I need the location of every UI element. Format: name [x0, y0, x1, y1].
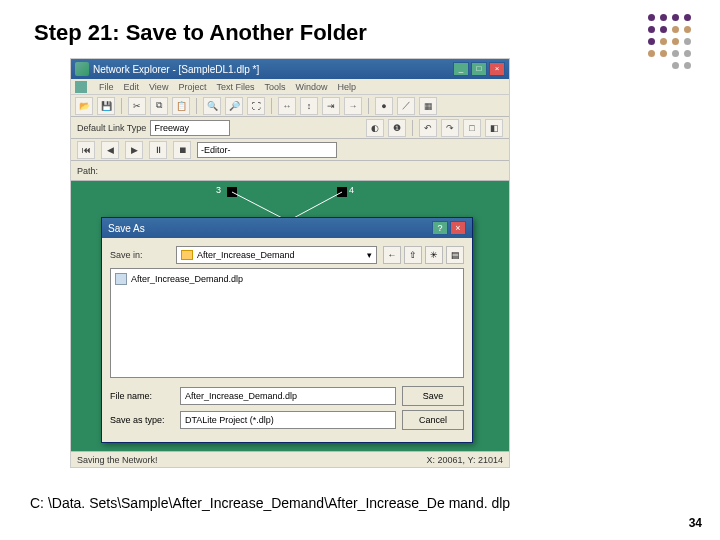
menu-view[interactable]: View — [149, 82, 168, 92]
linktype-label: Default Link Type — [77, 123, 146, 133]
up-icon[interactable]: ⇧ — [404, 246, 422, 264]
minimize-button[interactable]: _ — [453, 62, 469, 76]
menubar: File Edit View Project Text Files Tools … — [71, 79, 509, 95]
menu-window[interactable]: Window — [295, 82, 327, 92]
filename-field[interactable]: After_Increase_Demand.dlp — [180, 387, 396, 405]
app-screenshot: Network Explorer - [SampleDL1.dlp *] _ □… — [70, 58, 510, 468]
zoom-in-icon[interactable]: 🔍 — [203, 97, 221, 115]
dialog-close-button[interactable]: × — [450, 221, 466, 235]
arrow-right-icon[interactable]: → — [344, 97, 362, 115]
arrow-lr-icon[interactable]: ↔ — [278, 97, 296, 115]
newfolder-icon[interactable]: ✳ — [425, 246, 443, 264]
cut-icon[interactable]: ✂ — [128, 97, 146, 115]
type-label: Save as type: — [110, 415, 174, 425]
maximize-button[interactable]: □ — [471, 62, 487, 76]
window-title: Network Explorer - [SampleDL1.dlp *] — [93, 64, 453, 75]
status-right: X: 20061, Y: 21014 — [427, 455, 503, 465]
pathbar: Path: — [71, 161, 509, 181]
filename-label: File name: — [110, 391, 174, 401]
stop-icon[interactable]: ⏹ — [173, 141, 191, 159]
tool-f-icon[interactable]: ◧ — [485, 119, 503, 137]
cancel-button[interactable]: Cancel — [402, 410, 464, 430]
linktype-select[interactable] — [150, 120, 230, 136]
pause-icon[interactable]: ⏸ — [149, 141, 167, 159]
save-icon[interactable]: 💾 — [97, 97, 115, 115]
prev-icon[interactable]: ◀ — [101, 141, 119, 159]
copy-icon[interactable]: ⧉ — [150, 97, 168, 115]
close-button[interactable]: × — [489, 62, 505, 76]
open-icon[interactable]: 📂 — [75, 97, 93, 115]
link-icon[interactable]: ／ — [397, 97, 415, 115]
rewind-icon[interactable]: ⏮ — [77, 141, 95, 159]
save-button[interactable]: Save — [402, 386, 464, 406]
toolbar-editor: ⏮ ◀ ▶ ⏸ ⏹ -Editor- — [71, 139, 509, 161]
decoration-dots — [648, 14, 692, 70]
slide-title: Step 21: Save to Another Folder — [34, 20, 690, 46]
grid-icon[interactable]: ▦ — [419, 97, 437, 115]
menu-help[interactable]: Help — [337, 82, 356, 92]
list-item-name: After_Increase_Demand.dlp — [131, 274, 243, 284]
file-icon — [115, 273, 127, 285]
node-icon[interactable]: ● — [375, 97, 393, 115]
statusbar: Saving the Network! X: 20061, Y: 21014 — [71, 451, 509, 467]
type-field[interactable]: DTALite Project (*.dlp) — [180, 411, 396, 429]
tool-c-icon[interactable]: ↶ — [419, 119, 437, 137]
footer-path: C: \Data. Sets\Sample\After_Increase_Dem… — [30, 494, 660, 512]
file-list[interactable]: After_Increase_Demand.dlp — [110, 268, 464, 378]
list-item[interactable]: After_Increase_Demand.dlp — [115, 273, 459, 285]
folder-icon — [181, 250, 193, 260]
window-titlebar: Network Explorer - [SampleDL1.dlp *] _ □… — [71, 59, 509, 79]
menu-textfiles[interactable]: Text Files — [216, 82, 254, 92]
dialog-titlebar: Save As ? × — [102, 218, 472, 238]
back-icon[interactable]: ← — [383, 246, 401, 264]
tool-a-icon[interactable]: ◐ — [366, 119, 384, 137]
network-canvas[interactable]: 3 4 1 2 Save As ? × — [71, 181, 509, 451]
tool-e-icon[interactable]: □ — [463, 119, 481, 137]
tool-d-icon[interactable]: ↷ — [441, 119, 459, 137]
page-number: 34 — [689, 516, 702, 530]
save-in-folder: After_Increase_Demand — [197, 250, 295, 260]
dialog-title: Save As — [108, 223, 432, 234]
tool-b-icon[interactable]: ❶ — [388, 119, 406, 137]
fit-icon[interactable]: ⛶ — [247, 97, 265, 115]
play-icon[interactable]: ▶ — [125, 141, 143, 159]
save-in-field[interactable]: After_Increase_Demand ▾ — [176, 246, 377, 264]
app-menu-icon — [75, 81, 87, 93]
arrow-ud-icon[interactable]: ↕ — [300, 97, 318, 115]
merge-icon[interactable]: ⇥ — [322, 97, 340, 115]
editor-field[interactable]: -Editor- — [197, 142, 337, 158]
views-icon[interactable]: ▤ — [446, 246, 464, 264]
toolbar-linktype: Default Link Type ◐ ❶ ↶ ↷ □ ◧ — [71, 117, 509, 139]
status-left: Saving the Network! — [77, 455, 427, 465]
menu-tools[interactable]: Tools — [264, 82, 285, 92]
path-label: Path: — [77, 166, 98, 176]
menu-project[interactable]: Project — [178, 82, 206, 92]
save-as-dialog: Save As ? × Save in: After_Increase_Dema… — [101, 217, 473, 443]
toolbar-main: 📂 💾 ✂ ⧉ 📋 🔍 🔎 ⛶ ↔ ↕ ⇥ → ● ／ ▦ — [71, 95, 509, 117]
menu-edit[interactable]: Edit — [124, 82, 140, 92]
menu-file[interactable]: File — [99, 82, 114, 92]
zoom-out-icon[interactable]: 🔎 — [225, 97, 243, 115]
save-in-label: Save in: — [110, 250, 170, 260]
help-button[interactable]: ? — [432, 221, 448, 235]
app-logo-icon — [75, 62, 89, 76]
paste-icon[interactable]: 📋 — [172, 97, 190, 115]
